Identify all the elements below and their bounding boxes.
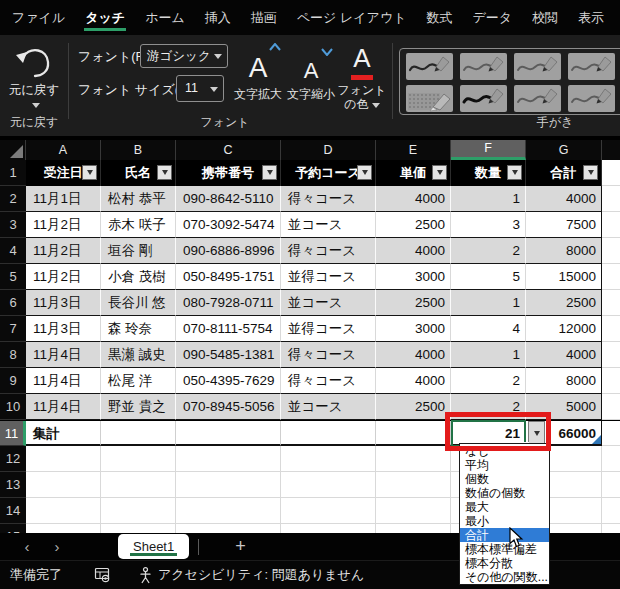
total-cell: 8000: [526, 238, 602, 264]
header-cell: 数量: [451, 160, 526, 186]
header-cell-label: 合計: [551, 165, 577, 180]
ribbon-tab-9[interactable]: 表示: [568, 0, 614, 35]
row-header[interactable]: 14: [0, 498, 26, 524]
row-header-selected[interactable]: 11: [0, 421, 26, 446]
pen-mid-thumbnail[interactable]: [460, 53, 507, 80]
row-header[interactable]: 12: [0, 446, 26, 472]
subtotal-dropdown-item[interactable]: 個数: [460, 472, 549, 486]
tab-separator: [198, 539, 199, 555]
ribbon-tab-4[interactable]: 描画: [241, 0, 287, 35]
ribbon-tab-10[interactable]: 開発: [614, 0, 620, 35]
ribbon-tab-3[interactable]: 挿入: [195, 0, 241, 35]
pen-mid-thumbnail[interactable]: [568, 53, 615, 80]
select-all-corner[interactable]: [0, 140, 26, 160]
ribbon-tab-label: ファイル: [12, 9, 65, 27]
row-header[interactable]: 2: [0, 186, 26, 212]
grow-font-button[interactable]: A 文字拡大: [231, 40, 285, 101]
subtotal-dropdown-item[interactable]: 数値の個数: [460, 486, 549, 500]
row-header[interactable]: 3: [0, 212, 26, 238]
filter-button[interactable]: [157, 165, 172, 180]
column-header-G[interactable]: G: [526, 140, 602, 160]
ribbon-tab-6[interactable]: 数式: [417, 0, 463, 35]
prev-sheet-button[interactable]: ‹: [12, 538, 42, 555]
pen-mid-thumbnail[interactable]: [568, 85, 615, 112]
column-header-C[interactable]: C: [176, 140, 281, 160]
add-sheet-button[interactable]: +: [235, 536, 246, 557]
mouse-cursor: [509, 527, 524, 552]
pen-mid-thumbnail[interactable]: [514, 85, 561, 112]
column-header-D[interactable]: D: [281, 140, 376, 160]
date-cell: 11月2日: [26, 212, 101, 238]
next-sheet-button[interactable]: ›: [42, 538, 72, 555]
pen-mid-thumbnail[interactable]: [514, 53, 561, 80]
chevron-down-icon: [437, 170, 443, 175]
subtotal-dropdown-item[interactable]: なし: [460, 444, 549, 458]
row-header[interactable]: 7: [0, 316, 26, 342]
ribbon-tab-2[interactable]: ホーム: [135, 0, 195, 35]
price-cell: 4000: [376, 238, 451, 264]
ribbon-tab-7[interactable]: データ: [463, 0, 523, 35]
font-name-combobox[interactable]: 游ゴシック: [140, 44, 228, 68]
filter-button[interactable]: [262, 165, 277, 180]
phone-cell: 050-4395-7629: [176, 368, 281, 394]
chevron-down-icon: [87, 170, 93, 175]
row-header[interactable]: 13: [0, 472, 26, 498]
row-header[interactable]: 9: [0, 368, 26, 394]
pen-dark-thumbnail[interactable]: [406, 53, 453, 80]
macro-record-icon[interactable]: [94, 567, 111, 583]
date-cell: 11月4日: [26, 342, 101, 368]
table-row: 311月2日赤木 咲子070-3092-5474並コース250037500: [0, 212, 620, 238]
column-header-B[interactable]: B: [101, 140, 176, 160]
column-header-A[interactable]: A: [26, 140, 101, 160]
shrink-font-button[interactable]: A 文字縮小: [287, 40, 335, 101]
ribbon-tab-5[interactable]: ページ レイアウト: [287, 0, 417, 35]
column-header-F[interactable]: F: [451, 140, 526, 160]
subtotal-dropdown-item[interactable]: その他の関数...: [460, 570, 549, 584]
filter-button[interactable]: [82, 165, 97, 180]
filter-button[interactable]: [432, 165, 447, 180]
total-cell: 15000: [526, 264, 602, 290]
date-cell: 11月3日: [26, 290, 101, 316]
subtotal-dropdown-item[interactable]: 標本分散: [460, 556, 549, 570]
undo-button[interactable]: 元に戻す: [4, 83, 64, 113]
table-row: 911月4日松尾 洋050-4395-7629得々コース400028000: [0, 368, 620, 394]
subtotal-dropdown-item[interactable]: 合計: [460, 528, 549, 542]
filter-button[interactable]: [583, 165, 598, 180]
pen-black-thumbnail[interactable]: [460, 85, 507, 112]
qty-cell: 2: [451, 368, 526, 394]
font-color-swatch: [351, 75, 373, 80]
font-color-button[interactable]: A フォントの色: [337, 40, 387, 112]
row-header[interactable]: 8: [0, 342, 26, 368]
row-header[interactable]: 4: [0, 238, 26, 264]
ribbon-tab-1[interactable]: タッチ: [75, 0, 135, 35]
accessibility-status[interactable]: アクセシビリティ: 問題ありません: [139, 566, 364, 584]
filter-button[interactable]: [357, 165, 372, 180]
row-header[interactable]: 10: [0, 394, 26, 420]
font-size-combobox[interactable]: 11: [176, 75, 224, 102]
subtotal-dropdown-button[interactable]: [528, 421, 545, 445]
qty-cell: 1: [451, 342, 526, 368]
course-cell: 並コース: [281, 212, 376, 238]
subtotal-dropdown-item[interactable]: 最小: [460, 514, 549, 528]
column-header-E[interactable]: E: [376, 140, 451, 160]
subtotal-dropdown-item[interactable]: 平均: [460, 458, 549, 472]
name-cell: 野並 貴之: [101, 394, 176, 420]
ribbon-tab-8[interactable]: 校閲: [522, 0, 568, 35]
blank-cell: [176, 472, 281, 498]
sheet-tab-sheet1[interactable]: Sheet1: [118, 534, 189, 559]
row-header[interactable]: 5: [0, 264, 26, 290]
row-header[interactable]: 1: [0, 160, 26, 186]
font-group-label: フォント: [70, 114, 380, 131]
date-cell: 11月2日: [26, 264, 101, 290]
subtotal-dropdown-item[interactable]: 標本標準偏差: [460, 542, 549, 556]
date-cell: 11月2日: [26, 238, 101, 264]
subtotal-dropdown-item[interactable]: 最大: [460, 500, 549, 514]
ribbon-tab-0[interactable]: ファイル: [2, 0, 75, 35]
name-cell: 森 玲奈: [101, 316, 176, 342]
total-cell: 2500: [526, 290, 602, 316]
highlighter-thumbnail[interactable]: [406, 85, 453, 112]
blank-cell: [101, 421, 176, 446]
filter-button[interactable]: [507, 165, 522, 180]
empty-cell: [602, 446, 620, 472]
row-header[interactable]: 6: [0, 290, 26, 316]
